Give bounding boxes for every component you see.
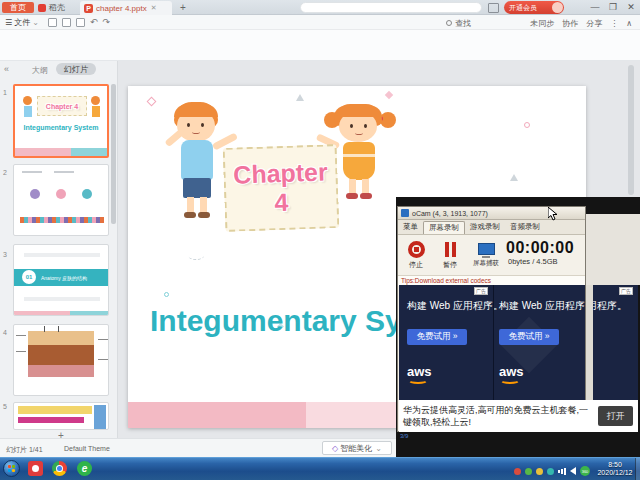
ad-badge: 广告 [619, 287, 633, 295]
global-search-input[interactable] [300, 2, 482, 13]
ai-beautify-button[interactable]: ◇智能美化⌄ [322, 441, 392, 455]
preview-icon[interactable] [76, 18, 85, 27]
collab-button[interactable]: 协作 [562, 18, 578, 29]
thumb-strip-pink [15, 148, 71, 156]
ad-headline: 构建 Web 应用程序。 [407, 299, 503, 313]
slide-thumbnail-5[interactable] [13, 402, 109, 430]
win-flag-yellow [12, 469, 15, 472]
ocam-tab-screen-record[interactable]: 屏幕录制 [423, 221, 465, 234]
collapse-panel-icon[interactable]: « [4, 64, 9, 74]
thumb4-skin-mid [28, 345, 94, 365]
clock-time: 8:50 [596, 461, 634, 469]
slide-number-1: 1 [3, 89, 7, 96]
ad-headline: 构建 Web 应用程序。 [593, 299, 627, 313]
tray-icon-red[interactable] [514, 468, 521, 475]
thumb4-label-l1 [16, 335, 26, 336]
decor-diamond [147, 97, 157, 107]
thumb-boy-head [23, 96, 32, 105]
ad-headline: 构建 Web 应用程序。 [499, 299, 585, 313]
tray-icon-teal[interactable] [547, 468, 554, 475]
sync-status[interactable]: 未同步 [530, 18, 554, 29]
browser-360-icon[interactable]: e [77, 461, 92, 476]
start-button[interactable] [3, 460, 20, 477]
thumb3-placeholder-bottom [24, 297, 100, 301]
window-layout-icon[interactable] [488, 3, 499, 13]
clock-date: 2020/12/12 [596, 469, 634, 477]
theme-name: Default Theme [64, 445, 110, 452]
ad-open-button[interactable]: 打开 [598, 406, 633, 426]
girl-eye [364, 124, 367, 128]
youdao-icon[interactable] [28, 461, 43, 476]
tab-docer[interactable]: 稻壳 [38, 2, 65, 13]
ad-banner-fragment[interactable]: 构建 Web 应用程序。 广告 [593, 285, 638, 400]
tab-home[interactable]: 首页 [2, 2, 34, 13]
thumb2-kids-row [20, 217, 104, 223]
slide-number-2: 2 [3, 169, 7, 176]
chrome-icon[interactable] [52, 461, 67, 476]
ocam-tab-audio-record[interactable]: 音频录制 [505, 221, 545, 234]
huawei-ad-strip[interactable]: 华为云提供高灵活,高可用的免费云主机套餐,一键领取,轻松上云! 打开 [399, 400, 638, 432]
member-promo-pill[interactable]: 开通会员 [504, 1, 564, 14]
slides-tab[interactable]: 幻灯片 [56, 63, 96, 75]
undo-icon[interactable]: ↶ [90, 17, 98, 27]
decor-circle [524, 122, 530, 128]
mouse-cursor [548, 207, 558, 221]
ocam-tab-menu[interactable]: 菜单 [398, 221, 423, 234]
boy-shoe [184, 212, 196, 218]
ad-banner[interactable]: 构建 Web 应用程序。 免费试用 » aws 构建 Web 应用程序。 免费试… [399, 285, 585, 400]
find-button[interactable]: 查找 [446, 17, 471, 29]
boy-shirt [181, 140, 213, 180]
thumb4-hair [44, 326, 45, 332]
tab-document[interactable]: Pchapter 4.pptx✕ [80, 1, 172, 15]
slide-thumbnail-1[interactable]: Chapter 4 Integumentary System [13, 84, 109, 158]
girl-shoe [346, 193, 358, 199]
tray-icon-yellow[interactable] [536, 468, 543, 475]
speaker-icon[interactable] [570, 467, 576, 475]
boy-pants [183, 178, 211, 198]
new-tab-button[interactable]: + [176, 1, 190, 14]
slide-thumbnail-4[interactable] [13, 324, 109, 396]
ad-cta-button[interactable]: 免费试用 » [499, 329, 559, 345]
maximize-button[interactable]: ❐ [604, 0, 622, 14]
show-desktop-button[interactable] [635, 458, 640, 480]
user-avatar[interactable] [552, 2, 563, 13]
ocam-app-icon [401, 209, 409, 217]
slide-thumbnail-3[interactable]: 01 Anatomy 皮肤的结构 [13, 244, 109, 316]
win-flag-blue [8, 469, 11, 472]
save-icon[interactable] [48, 18, 57, 27]
tray-icon-green[interactable] [525, 468, 532, 475]
redo-icon[interactable]: ↷ [103, 17, 111, 27]
file-menu[interactable]: ☰文件⌄ [5, 16, 39, 29]
slide-number-3: 3 [3, 251, 7, 258]
ocam-pause-button[interactable]: 暂停 [440, 241, 460, 270]
thumb3-strip2 [70, 311, 109, 315]
screen-capture-icon [478, 243, 495, 255]
safe360-icon[interactable]: 360 [580, 466, 590, 476]
thumb3-placeholder-top [24, 253, 100, 257]
close-button[interactable]: ✕ [622, 0, 640, 14]
ocam-title: oCam (4, 3, 1913, 1077) [412, 210, 488, 217]
ad-cta-button[interactable]: 免费试用 » [407, 329, 467, 345]
close-doc-icon[interactable]: ✕ [151, 4, 157, 12]
collapse-ribbon-icon[interactable]: ∧ [626, 19, 632, 28]
thumb4-label-r2 [98, 359, 108, 360]
win-flag-green [12, 465, 15, 468]
girl-smile [355, 131, 363, 135]
more-icon[interactable]: ⋮ [610, 19, 618, 28]
print-icon[interactable] [62, 18, 71, 27]
ocam-stop-button[interactable]: 停止 [406, 241, 426, 270]
ocam-capture-button[interactable]: 屏幕捕获 [470, 241, 502, 268]
thumb5-yellow [18, 406, 92, 414]
outline-tab[interactable]: 大纲 [32, 65, 48, 76]
clock[interactable]: 8:50 2020/12/12 [596, 461, 634, 477]
panel-scrollbar[interactable] [111, 84, 116, 224]
share-button[interactable]: 分享 [586, 18, 602, 29]
slide-strip-pink [128, 402, 306, 428]
network-icon[interactable] [558, 468, 566, 475]
desktop: 首页 稻壳 Pchapter 4.pptx✕ + 开通会员 — ❐ ✕ ☰文件⌄… [0, 0, 640, 480]
minimize-button[interactable]: — [586, 0, 604, 14]
slide-thumbnail-2[interactable] [13, 164, 109, 236]
ocam-tab-game-record[interactable]: 游戏录制 [465, 221, 505, 234]
ad-card-divider [493, 285, 494, 400]
canvas-scrollbar[interactable] [628, 65, 634, 195]
